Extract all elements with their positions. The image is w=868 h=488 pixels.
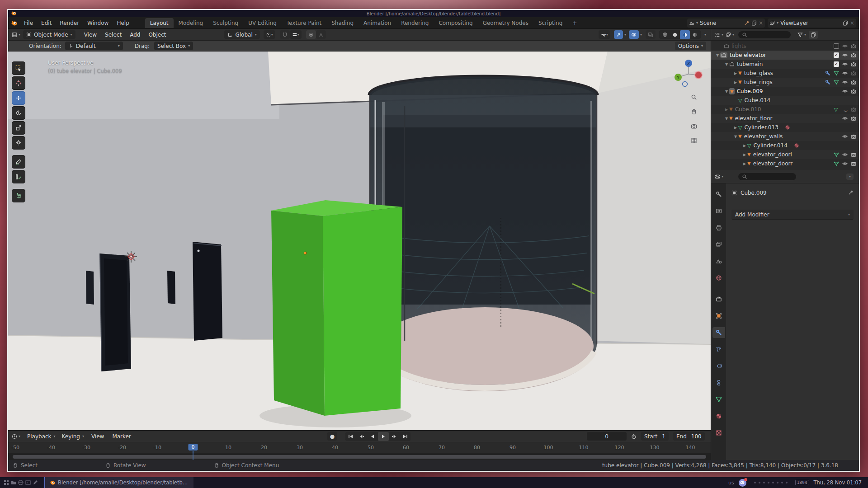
menu-add[interactable]: Add — [126, 31, 144, 39]
properties-options-icon[interactable]: ▾ — [846, 174, 854, 180]
tab-particles[interactable] — [712, 344, 725, 355]
new-scene-icon[interactable] — [751, 20, 757, 26]
camera-render-disabled-icon[interactable] — [851, 107, 856, 112]
measure-tool[interactable] — [12, 170, 25, 183]
tab-modifiers[interactable] — [712, 327, 725, 338]
camera-render-icon[interactable] — [851, 80, 856, 85]
editor-type-properties-icon[interactable] — [715, 174, 720, 179]
start-value[interactable]: 1 — [662, 433, 665, 440]
timeline-scroll-area[interactable] — [8, 453, 711, 460]
scale-tool[interactable] — [12, 121, 25, 135]
chevron-down-icon[interactable]: ▾ — [704, 33, 706, 37]
end-value[interactable]: 100 — [691, 433, 702, 440]
eye-icon[interactable] — [842, 89, 848, 94]
transform-orientation-dropdown[interactable]: Global ▾ — [224, 30, 259, 39]
current-frame-field[interactable]: 0 — [587, 432, 627, 441]
expand-icon[interactable]: ▼ — [715, 53, 720, 57]
chevron-down-icon[interactable]: ▾ — [19, 435, 20, 438]
camera-render-disabled-icon[interactable] — [851, 70, 856, 76]
tab-view-layer[interactable] — [712, 239, 725, 250]
marker-menu[interactable]: Marker — [108, 432, 135, 441]
window-titlebar[interactable]: Blender [/home/amalie/Desktop/blender/ta… — [8, 10, 859, 17]
annotate-tool[interactable] — [12, 155, 25, 169]
tray-icons[interactable] — [753, 482, 789, 483]
outliner-row-elevator-floor[interactable]: ▼ ▼ elevator_floor — [711, 114, 859, 123]
eye-icon[interactable] — [842, 70, 848, 76]
expand-icon[interactable]: ▼ — [724, 117, 729, 121]
taskbar-window-button[interactable]: Blender [/home/amalie/Desktop/blender/ta… — [44, 477, 193, 488]
cursor-tool[interactable] — [12, 76, 25, 90]
eye-icon[interactable] — [842, 43, 848, 49]
new-collection-icon[interactable] — [809, 31, 818, 39]
expand-icon[interactable]: ▼ — [724, 62, 729, 66]
tab-scripting[interactable]: Scripting — [533, 18, 567, 28]
camera-render-icon[interactable] — [851, 52, 856, 58]
outliner-search-input[interactable] — [738, 31, 791, 39]
select-box-tool[interactable] — [12, 61, 25, 75]
snap-toggle[interactable] — [280, 30, 290, 39]
tab-sculpting[interactable]: Sculpting — [208, 18, 243, 28]
collapse-icon[interactable]: ▶ — [733, 80, 738, 84]
eye-closed-icon[interactable]: ◡ — [844, 107, 848, 112]
shading-rendered-button[interactable] — [690, 30, 700, 39]
outliner-row-elevator-doorr[interactable]: ▶ ▼ elevator_doorr — [711, 159, 859, 168]
snap-settings-dropdown[interactable]: ▾ — [290, 30, 302, 39]
eye-icon[interactable] — [842, 152, 848, 157]
outliner-row-tube-glass[interactable]: ▶ ▼ tube_glass — [711, 69, 859, 78]
timeline-scrollbar[interactable] — [13, 455, 706, 459]
play-button[interactable] — [378, 432, 389, 441]
exclude-checkbox[interactable] — [834, 43, 839, 49]
tab-layout[interactable]: Layout — [145, 18, 174, 28]
chevron-down-icon[interactable]: ▾ — [722, 175, 723, 178]
expand-icon[interactable]: ▼ — [724, 89, 729, 94]
tab-texture[interactable] — [712, 427, 725, 438]
camera-render-icon[interactable] — [851, 61, 856, 67]
chevron-down-icon[interactable]: ▾ — [696, 21, 698, 25]
chevron-down-icon[interactable]: ▾ — [624, 33, 626, 37]
outliner-row-elevator-doorl[interactable]: ▶ ▼ elevator_doorl — [711, 150, 859, 159]
menu-view[interactable]: View — [80, 31, 101, 39]
close-icon[interactable]: × — [850, 20, 854, 26]
chevron-down-icon[interactable]: ▾ — [804, 33, 806, 37]
jump-to-start-button[interactable] — [345, 432, 356, 441]
tab-object[interactable] — [712, 310, 725, 321]
blender-menu-icon[interactable] — [8, 20, 20, 26]
collapse-icon[interactable]: ▶ — [742, 153, 747, 157]
overlays-toggle[interactable] — [629, 30, 639, 39]
filter-icon[interactable] — [797, 32, 803, 38]
transform-tool[interactable] — [12, 136, 25, 150]
show-gizmo-object-dropdown[interactable]: ▾ — [599, 30, 610, 39]
browser-icon[interactable] — [17, 479, 24, 486]
outliner-row-tube-elevator[interactable]: ▼ tube elevator ✓ — [711, 51, 859, 60]
editor-type-outliner-icon[interactable] — [715, 32, 720, 38]
tab-scene[interactable] — [712, 256, 725, 267]
shading-wireframe-button[interactable] — [660, 30, 670, 39]
drag-dropdown[interactable]: Select Box ▾ — [154, 42, 193, 50]
proportional-falloff-dropdown[interactable] — [316, 30, 326, 39]
next-keyframe-button[interactable] — [389, 432, 400, 441]
tab-constraints[interactable] — [712, 377, 725, 388]
menu-object[interactable]: Object — [144, 31, 170, 39]
pin-icon[interactable] — [848, 190, 854, 195]
tab-output[interactable] — [712, 222, 725, 233]
tab-uv-editing[interactable]: UV Editing — [243, 18, 282, 28]
collapse-icon[interactable]: ▶ — [742, 144, 747, 148]
viewlayer-selector[interactable]: ▾ ViewLayer × — [768, 19, 856, 28]
menu-file[interactable]: File — [20, 19, 37, 28]
pivot-point-dropdown[interactable]: ▾ — [264, 30, 275, 39]
discord-tray-icon[interactable] — [739, 479, 746, 487]
keying-menu[interactable]: Keying ▾ — [59, 432, 87, 441]
tab-geometry-nodes[interactable]: Geometry Nodes — [478, 18, 533, 28]
tab-shading[interactable]: Shading — [326, 18, 359, 28]
chevron-down-icon[interactable]: ▾ — [19, 33, 20, 37]
tab-material[interactable] — [712, 411, 725, 422]
outliner-row-tube-rings[interactable]: ▶ ▼ tube_rings — [711, 78, 859, 87]
chevron-down-icon[interactable]: ▾ — [640, 33, 642, 37]
display-mode-icon[interactable] — [726, 32, 731, 38]
tab-animation[interactable]: Animation — [359, 18, 396, 28]
frame-range-group[interactable]: Start 1 — [641, 432, 669, 441]
files-icon[interactable] — [10, 479, 17, 486]
menu-select[interactable]: Select — [101, 31, 126, 39]
gizmos-toggle[interactable]: ↗ — [614, 30, 623, 39]
tab-modeling[interactable]: Modeling — [174, 18, 208, 28]
